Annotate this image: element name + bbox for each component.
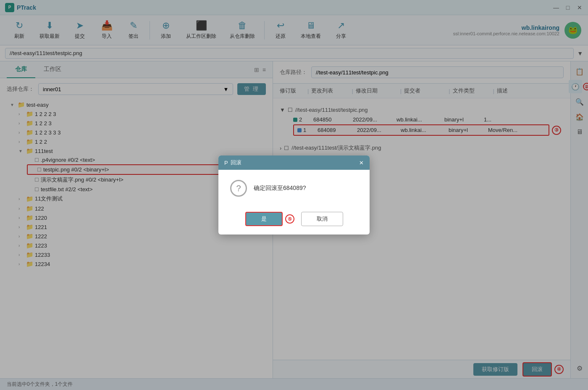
dialog-title-bar: P 回滚 ✕ [218, 155, 370, 170]
dialog-message: 确定回滚至684089? [254, 184, 306, 192]
dialog-title-text: 回滚 [231, 159, 242, 166]
dialog-overlay: P 回滚 ✕ ? 确定回滚至684089? 是 ⑤ 取消 [0, 0, 588, 390]
dialog-body: ? 确定回滚至684089? [218, 170, 370, 207]
dialog-footer: 是 ⑤ 取消 [218, 207, 370, 235]
rollback-dialog: P 回滚 ✕ ? 确定回滚至684089? 是 ⑤ 取消 [218, 155, 370, 235]
annotation-5: ⑤ [285, 214, 294, 224]
dialog-confirm-button[interactable]: 是 [245, 212, 283, 226]
dialog-cancel-button[interactable]: 取消 [301, 212, 343, 226]
dialog-title: P 回滚 [224, 159, 242, 166]
dialog-close-button[interactable]: ✕ [359, 160, 364, 166]
dialog-logo-icon: P [224, 160, 228, 166]
question-icon: ? [230, 180, 247, 197]
